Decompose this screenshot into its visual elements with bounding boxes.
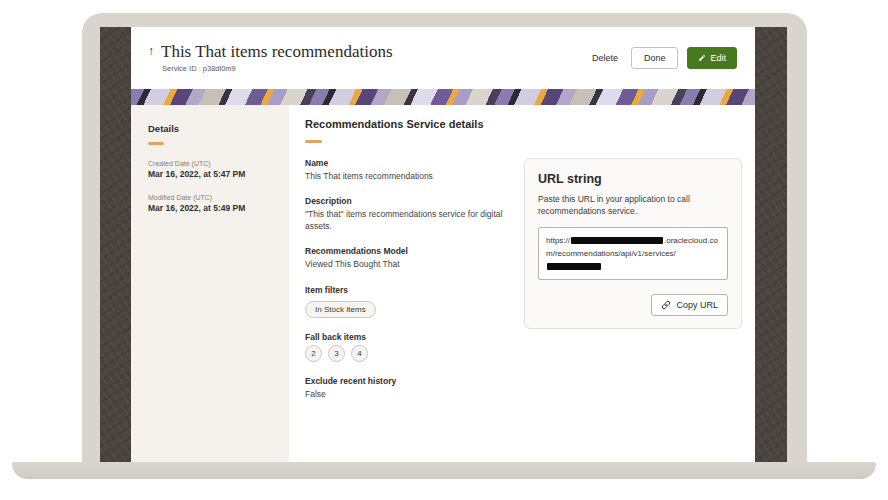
pencil-icon bbox=[698, 54, 706, 62]
name-field: Name This That items recommendations bbox=[305, 158, 512, 182]
modified-date-value: Mar 16, 2022, at 5:49 PM bbox=[148, 203, 277, 213]
back-arrow-icon[interactable]: ↑ bbox=[148, 45, 154, 57]
edit-button-label: Edit bbox=[710, 53, 726, 63]
exclude-history-field: Exclude recent history False bbox=[305, 376, 512, 400]
copy-url-label: Copy URL bbox=[676, 300, 718, 310]
url-card-title: URL string bbox=[538, 172, 728, 186]
fallback-item-pill: 4 bbox=[351, 345, 368, 362]
app-window: ↑ This That items recommendations Servic… bbox=[131, 27, 755, 462]
item-filter-tag: In Stock Items bbox=[305, 301, 376, 318]
modified-date-label: Modified Date (UTC) bbox=[148, 194, 277, 201]
title-texts: This That items recommendations Service … bbox=[161, 43, 393, 73]
section-heading: Recommendations Service details bbox=[305, 118, 742, 130]
fallback-pills: 2 3 4 bbox=[305, 345, 512, 362]
header-actions: Delete Done Edit bbox=[588, 47, 737, 69]
exclude-history-value: False bbox=[305, 389, 512, 400]
screen-wallpaper: ↑ This That items recommendations Servic… bbox=[100, 27, 787, 462]
description-field: Description "This that" items recommenda… bbox=[305, 196, 512, 232]
done-button[interactable]: Done bbox=[631, 47, 679, 69]
fallback-item-pill: 3 bbox=[328, 345, 345, 362]
edit-button[interactable]: Edit bbox=[687, 47, 737, 69]
redacted-service-id bbox=[547, 263, 601, 270]
created-date-value: Mar 16, 2022, at 5:47 PM bbox=[148, 169, 277, 179]
link-icon bbox=[661, 300, 671, 310]
url-string-card: URL string Paste this URL in your applic… bbox=[524, 158, 742, 329]
copy-url-button[interactable]: Copy URL bbox=[651, 294, 728, 316]
redacted-hostname bbox=[571, 237, 663, 244]
app-body: Details Created Date (UTC) Mar 16, 2022,… bbox=[131, 105, 755, 462]
description-value: "This that" items recommendations servic… bbox=[305, 209, 512, 232]
main-panel: Recommendations Service details Name Thi… bbox=[289, 105, 755, 462]
laptop-base bbox=[12, 462, 876, 479]
fallback-item-pill: 2 bbox=[305, 345, 322, 362]
model-label: Recommendations Model bbox=[305, 246, 512, 256]
page-title: This That items recommendations bbox=[161, 43, 393, 62]
service-id-text: Service ID : p38dl0m9 bbox=[161, 64, 393, 73]
description-label: Description bbox=[305, 196, 512, 206]
created-date-field: Created Date (UTC) Mar 16, 2022, at 5:47… bbox=[148, 160, 277, 179]
fallback-field: Fall back items 2 3 4 bbox=[305, 332, 512, 362]
delete-button[interactable]: Delete bbox=[588, 48, 622, 68]
details-sidebar: Details Created Date (UTC) Mar 16, 2022,… bbox=[131, 105, 289, 462]
url-segment: https:// bbox=[546, 236, 570, 245]
sidebar-title: Details bbox=[148, 123, 277, 134]
url-segment: /recommendations/api/v1/services/ bbox=[553, 249, 676, 258]
model-field: Recommendations Model Viewed This Bought… bbox=[305, 246, 512, 270]
modified-date-field: Modified Date (UTC) Mar 16, 2022, at 5:4… bbox=[148, 194, 277, 213]
created-date-label: Created Date (UTC) bbox=[148, 160, 277, 167]
service-fields: Name This That items recommendations Des… bbox=[305, 158, 524, 414]
item-filters-field: Item filters In Stock Items bbox=[305, 285, 512, 318]
title-block: ↑ This That items recommendations Servic… bbox=[148, 43, 393, 73]
accent-underline bbox=[305, 140, 322, 143]
name-value: This That items recommendations bbox=[305, 171, 512, 182]
app-header: ↑ This That items recommendations Servic… bbox=[131, 27, 755, 89]
url-card-description: Paste this URL in your application to ca… bbox=[538, 193, 728, 218]
content-row: Name This That items recommendations Des… bbox=[305, 158, 742, 414]
service-url-text[interactable]: https://.oraclecloud.com/recommendations… bbox=[538, 227, 728, 281]
decorative-banner bbox=[131, 89, 755, 105]
laptop-mockup: ↑ This That items recommendations Servic… bbox=[0, 0, 888, 500]
item-filters-label: Item filters bbox=[305, 285, 512, 295]
laptop-screen-frame: ↑ This That items recommendations Servic… bbox=[82, 13, 807, 462]
fallback-label: Fall back items bbox=[305, 332, 512, 342]
accent-underline bbox=[148, 142, 164, 145]
exclude-history-label: Exclude recent history bbox=[305, 376, 512, 386]
model-value: Viewed This Bought That bbox=[305, 259, 512, 270]
name-label: Name bbox=[305, 158, 512, 168]
